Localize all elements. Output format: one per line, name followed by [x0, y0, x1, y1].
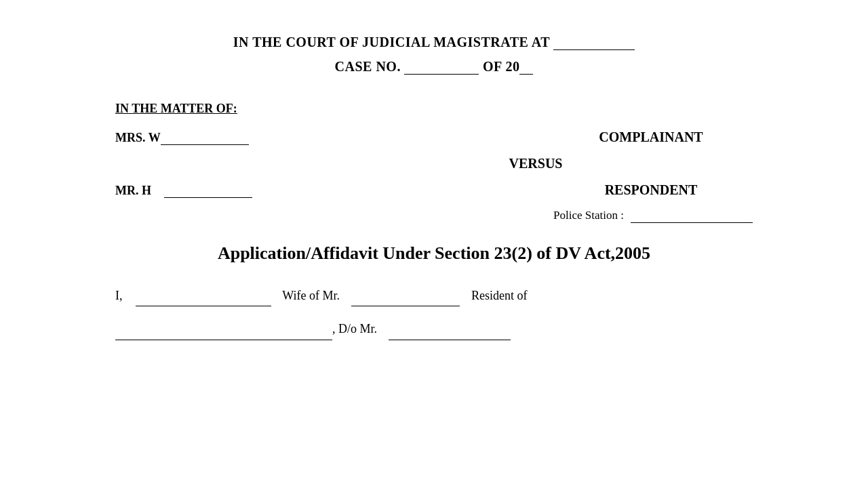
- application-title: Application/Affidavit Under Section 23(2…: [115, 243, 753, 264]
- court-label: IN THE COURT OF JUDICIAL MAGISTRATE AT: [233, 35, 550, 49]
- body-i-label: I,: [115, 289, 123, 302]
- matter-section: IN THE MATTER OF: MRS. W COMPLAINANT VER…: [115, 102, 753, 223]
- case-number-blank: [404, 58, 479, 75]
- husband-blank: [351, 284, 460, 306]
- complainant-name: MRS. W: [115, 130, 249, 145]
- father-blank: [389, 317, 511, 340]
- respondent-name-blank: [164, 183, 252, 198]
- name-blank-1: [136, 284, 271, 306]
- complainant-row: MRS. W COMPLAINANT: [115, 129, 753, 145]
- document-container: IN THE COURT OF JUDICIAL MAGISTRATE AT C…: [61, 0, 807, 385]
- do-mr-label: , D/o Mr.: [332, 322, 377, 336]
- body-line-2: , D/o Mr.: [115, 317, 753, 340]
- year-blank: [519, 58, 533, 75]
- respondent-name: MR. H: [115, 183, 252, 198]
- header-section: IN THE COURT OF JUDICIAL MAGISTRATE AT C…: [115, 34, 753, 75]
- police-blank: [631, 209, 753, 223]
- resident-of-label: Resident of: [471, 289, 528, 302]
- respondent-row: MR. H RESPONDENT: [115, 182, 753, 198]
- respondent-role: RESPONDENT: [549, 182, 753, 198]
- case-number-line: CASE NO. OF 20: [115, 58, 753, 75]
- versus-text: VERSUS: [509, 156, 563, 171]
- respondent-name-text: MR. H: [115, 184, 151, 197]
- address-blank: [115, 317, 332, 340]
- complainant-name-text: MRS. W: [115, 131, 161, 144]
- body-line-1: I, Wife of Mr. Resident of: [115, 284, 753, 306]
- versus-row: VERSUS: [115, 156, 753, 171]
- in-matter-label: IN THE MATTER OF:: [115, 102, 753, 116]
- police-station-row: Police Station :: [115, 209, 753, 223]
- of-label: OF 20: [483, 59, 520, 74]
- case-label: CASE NO.: [335, 59, 401, 74]
- court-title: IN THE COURT OF JUDICIAL MAGISTRATE AT: [115, 34, 753, 50]
- complainant-name-blank: [161, 130, 249, 145]
- complainant-role: COMPLAINANT: [549, 129, 753, 145]
- police-label: Police Station :: [553, 209, 624, 222]
- court-blank: [553, 34, 635, 50]
- wife-of-label: Wife of Mr.: [282, 289, 340, 302]
